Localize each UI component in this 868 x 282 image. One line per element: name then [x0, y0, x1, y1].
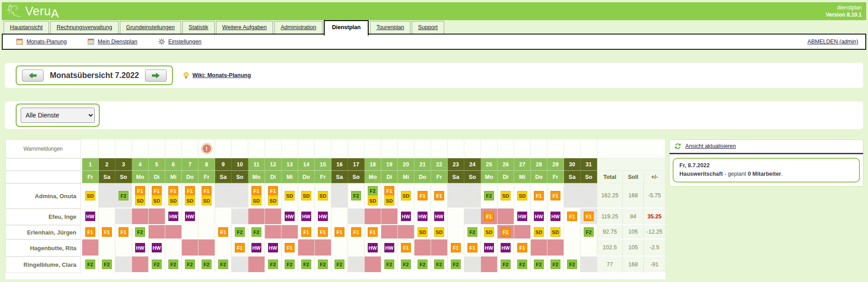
shift-cell[interactable]: SD	[498, 183, 514, 208]
shift-cell[interactable]	[132, 208, 149, 225]
warning-icon[interactable]: !	[202, 143, 212, 154]
shift-cell[interactable]	[348, 239, 365, 256]
shift-cell[interactable]: SD	[398, 183, 414, 208]
shift-cell[interactable]	[464, 256, 481, 273]
shift-cell[interactable]: HW	[248, 239, 265, 256]
shift-cell[interactable]: F1	[215, 225, 232, 239]
shift-cell[interactable]	[99, 183, 115, 208]
shift-cell[interactable]	[165, 225, 182, 239]
shift-cell[interactable]: F1	[547, 183, 564, 208]
shift-cell[interactable]: F2SD	[365, 183, 381, 208]
shift-cell[interactable]: F2	[398, 256, 414, 273]
shift-cell[interactable]: HW	[431, 208, 448, 225]
shift-cell[interactable]: HW	[547, 208, 564, 225]
shift-cell[interactable]: F1	[531, 183, 547, 208]
shift-cell[interactable]: F2	[215, 256, 232, 273]
shift-cell[interactable]	[331, 183, 348, 208]
shift-cell[interactable]	[115, 256, 132, 273]
shift-cell[interactable]	[149, 208, 165, 225]
shift-cell[interactable]	[564, 183, 581, 208]
shift-cell[interactable]	[265, 208, 282, 225]
shift-cell[interactable]: SD	[315, 183, 331, 208]
shift-cell[interactable]	[514, 225, 531, 239]
shift-cell[interactable]: F1	[282, 239, 298, 256]
shift-cell[interactable]: F2	[464, 225, 481, 239]
shift-cell[interactable]	[115, 208, 132, 225]
shift-cell[interactable]: F1	[331, 225, 348, 239]
toolbar-item-mein-dienstplan[interactable]: Mein Dienstplan	[88, 38, 137, 45]
shift-cell[interactable]	[431, 239, 448, 256]
shift-cell[interactable]: F2	[248, 225, 265, 239]
shift-cell[interactable]	[265, 225, 282, 239]
shift-cell[interactable]: F2	[298, 256, 315, 273]
shift-cell[interactable]	[448, 183, 464, 208]
tab-statistik[interactable]: Statistik	[182, 21, 215, 34]
shift-cell[interactable]	[581, 183, 597, 208]
shift-cell[interactable]	[331, 208, 348, 225]
shift-cell[interactable]	[198, 239, 215, 256]
shift-cell[interactable]	[498, 208, 514, 225]
shift-cell[interactable]	[464, 183, 481, 208]
shift-cell[interactable]: HW	[531, 208, 547, 225]
shift-cell[interactable]: HW	[298, 208, 315, 225]
shift-cell[interactable]: HW	[514, 208, 531, 225]
shift-cell[interactable]: F1SD	[198, 183, 215, 208]
shift-cell[interactable]: SD	[514, 183, 531, 208]
shift-cell[interactable]: F1	[365, 225, 381, 239]
tab-administration[interactable]: Administration	[274, 21, 322, 34]
shift-cell[interactable]	[132, 256, 149, 273]
shift-cell[interactable]	[248, 208, 265, 225]
shift-cell[interactable]: F1	[481, 208, 498, 225]
shift-cell[interactable]: F1	[564, 208, 581, 225]
monats-planung-link[interactable]: Monats-Planung	[26, 39, 67, 45]
shift-cell[interactable]	[198, 208, 215, 225]
tab-rechnungsverwaltung[interactable]: Rechnungsverwaltung	[50, 21, 119, 34]
tab-tourenplan[interactable]: Tourenplan	[370, 21, 410, 34]
shift-cell[interactable]: F1SD	[182, 183, 198, 208]
shift-cell[interactable]: F2	[547, 256, 564, 273]
shift-cell[interactable]: F1	[498, 225, 514, 239]
shift-cell[interactable]: HW	[381, 239, 398, 256]
shift-cell[interactable]: F1SD	[165, 183, 182, 208]
shift-cell[interactable]: F2	[514, 256, 531, 273]
shift-cell[interactable]: SD	[282, 183, 298, 208]
shift-cell[interactable]: F2	[182, 256, 198, 273]
shift-cell[interactable]: HW	[182, 208, 198, 225]
shift-cell[interactable]	[464, 208, 481, 225]
shift-cell[interactable]: F2	[165, 256, 182, 273]
tab-dienstplan[interactable]: Dienstplan	[324, 20, 369, 35]
shift-cell[interactable]: F2	[149, 256, 165, 273]
shift-cell[interactable]: F2	[232, 225, 248, 239]
shift-cell[interactable]: SD	[547, 225, 564, 239]
shift-cell[interactable]	[564, 225, 581, 239]
shift-cell[interactable]: F2	[581, 225, 597, 239]
shift-cell[interactable]: F1	[448, 239, 464, 256]
wiki-monats-planung-link[interactable]: Wiki: Monats-Planung	[192, 72, 251, 78]
shift-cell[interactable]	[564, 239, 581, 256]
shift-cell[interactable]: F1SD	[381, 183, 398, 208]
shift-cell[interactable]	[99, 208, 115, 225]
tab-hauptansicht[interactable]: Hauptansicht	[4, 21, 49, 34]
shift-cell[interactable]	[215, 183, 232, 208]
shift-cell[interactable]: F2	[265, 256, 282, 273]
shift-cell[interactable]: F2	[82, 256, 99, 273]
shift-cell[interactable]: F1SD	[149, 183, 165, 208]
shift-cell[interactable]	[232, 256, 248, 273]
toolbar-item-monats-planung[interactable]: Monats-Planung	[16, 38, 67, 45]
shift-cell[interactable]: F1	[514, 239, 531, 256]
logout-link[interactable]: ABMELDEN (admin)	[807, 39, 858, 45]
shift-cell[interactable]	[398, 225, 414, 239]
shift-cell[interactable]	[581, 239, 597, 256]
shift-cell[interactable]: SD	[481, 225, 498, 239]
shift-cell[interactable]	[547, 239, 564, 256]
shift-cell[interactable]	[448, 208, 464, 225]
shift-cell[interactable]: F1SD	[265, 183, 282, 208]
shift-cell[interactable]	[448, 225, 464, 239]
shift-cell[interactable]: F1	[414, 183, 431, 208]
shift-cell[interactable]: F1	[99, 225, 115, 239]
shift-cell[interactable]	[348, 256, 365, 273]
shift-cell[interactable]	[381, 225, 398, 239]
tab-weitere-aufgaben[interactable]: Weitere Aufgaben	[216, 21, 273, 34]
shift-cell[interactable]	[215, 239, 232, 256]
shift-cell[interactable]: F2	[115, 183, 132, 208]
